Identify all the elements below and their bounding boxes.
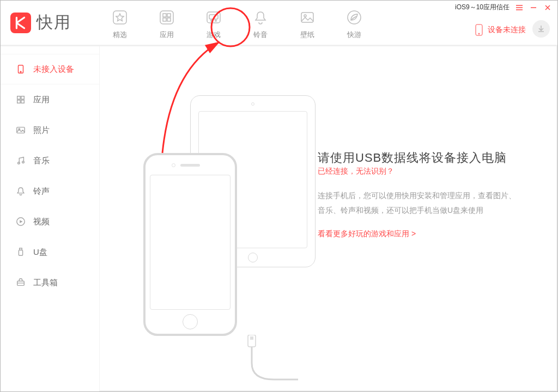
topnav-wallpaper[interactable]: 壁纸 <box>298 8 317 40</box>
sidebar-item-label: U盘 <box>33 247 47 258</box>
sidebar-item-video[interactable]: 视频 <box>1 206 99 237</box>
connect-desc-line2: 音乐、铃声和视频，还可以把手机当做U盘来使用 <box>318 206 483 215</box>
topnav-label: 应用 <box>160 30 174 40</box>
sidebar-item-label: 应用 <box>33 95 50 105</box>
sidebar-item-label: 照片 <box>33 125 50 136</box>
phone-icon <box>16 64 26 74</box>
svg-point-14 <box>478 33 480 34</box>
brand-mark-icon <box>10 13 31 33</box>
connect-headline: 请使用USB数据线将设备接入电脑 <box>318 150 530 166</box>
svg-point-23 <box>18 162 20 164</box>
more-apps-link[interactable]: 看看更多好玩的游戏和应用 > <box>318 229 416 239</box>
svg-rect-7 <box>209 15 218 19</box>
svg-point-24 <box>22 161 25 163</box>
topnav-ringtones[interactable]: 铃音 <box>251 8 270 40</box>
sidebar-item-photo[interactable]: 照片 <box>1 115 99 145</box>
svg-rect-26 <box>19 250 22 255</box>
connect-desc-line1: 连接手机后，您可以使用快用安装和管理应用，查看图片、 <box>318 191 516 200</box>
svg-rect-27 <box>20 248 22 250</box>
svg-point-16 <box>20 71 21 72</box>
topnav-quick[interactable]: 快游 <box>345 8 363 40</box>
apps-grid-icon <box>157 8 176 27</box>
topnav-label: 铃音 <box>253 30 268 40</box>
device-status-text: 设备未连接 <box>488 25 526 35</box>
header: 快用 精选 应用 游戏 铃音 <box>1 1 557 45</box>
svg-point-9 <box>215 20 217 22</box>
ios-trust-link[interactable]: iOS9～10应用信任 <box>455 3 510 12</box>
star-icon <box>111 8 129 27</box>
image-icon <box>298 8 317 27</box>
usb-icon <box>16 247 26 257</box>
body: 未接入设备 应用 照片 音乐 铃声 视频 U盘 工具箱 <box>1 45 557 391</box>
topnav-label: 快游 <box>347 30 361 40</box>
usb-cable-icon <box>189 335 298 392</box>
connect-desc: 连接手机后，您可以使用快用安装和管理应用，查看图片、 音乐、铃声和视频，还可以把… <box>318 188 530 217</box>
sidebar-item-toolbox[interactable]: 工具箱 <box>1 267 99 298</box>
device-illustration <box>143 95 307 329</box>
svg-rect-2 <box>163 14 166 17</box>
sidebar-item-ring[interactable]: 铃声 <box>1 176 99 206</box>
image-icon <box>16 125 26 135</box>
svg-rect-19 <box>17 100 20 103</box>
sidebar-item-label: 视频 <box>33 217 50 227</box>
svg-point-8 <box>211 20 213 22</box>
sidebar-item-label: 工具箱 <box>33 278 58 288</box>
svg-rect-18 <box>21 96 24 99</box>
top-nav: 精选 应用 游戏 铃音 壁纸 <box>100 1 363 40</box>
svg-rect-1 <box>160 11 173 24</box>
topnav-label: 精选 <box>113 30 127 40</box>
topnav-games[interactable]: 游戏 <box>204 8 223 40</box>
sidebar-item-music[interactable]: 音乐 <box>1 145 99 176</box>
svg-rect-31 <box>250 336 253 340</box>
device-status[interactable]: 设备未连接 <box>475 23 526 36</box>
leaf-icon <box>345 8 363 27</box>
sidebar-item-label: 音乐 <box>33 156 50 166</box>
connect-copy: 请使用USB数据线将设备接入电脑 已经连接，无法识别？ 连接手机后，您可以使用快… <box>318 150 530 239</box>
menu-icon[interactable] <box>515 3 524 12</box>
phone-icon <box>143 153 237 336</box>
topnav-apps[interactable]: 应用 <box>157 8 176 40</box>
svg-rect-3 <box>167 14 171 17</box>
svg-rect-21 <box>17 127 25 133</box>
svg-rect-4 <box>163 18 166 21</box>
window-controls: iOS9～10应用信任 <box>455 3 552 12</box>
brand-logo: 快用 <box>1 1 100 45</box>
svg-rect-10 <box>301 13 313 22</box>
minimize-icon[interactable] <box>529 3 538 12</box>
svg-point-11 <box>304 15 306 17</box>
grid-icon <box>16 95 26 105</box>
topnav-label: 游戏 <box>207 30 221 40</box>
brand-name: 快用 <box>37 11 71 34</box>
main-content: 请使用USB数据线将设备接入电脑 已经连接，无法识别？ 连接手机后，您可以使用快… <box>100 46 556 390</box>
music-icon <box>16 156 26 166</box>
close-icon[interactable] <box>543 3 552 12</box>
sidebar-item-app[interactable]: 应用 <box>1 84 99 115</box>
play-icon <box>16 217 26 226</box>
sidebar: 未接入设备 应用 照片 音乐 铃声 视频 U盘 工具箱 <box>1 46 100 391</box>
topnav-featured[interactable]: 精选 <box>111 8 129 40</box>
svg-rect-20 <box>21 100 24 103</box>
bell-icon <box>16 186 26 196</box>
svg-rect-5 <box>167 18 171 21</box>
gamepad-icon <box>204 8 223 27</box>
sidebar-item-label: 未接入设备 <box>33 64 74 75</box>
toolbox-icon <box>16 278 26 287</box>
sidebar-item-udisk[interactable]: U盘 <box>1 237 99 267</box>
sidebar-item-label: 铃声 <box>33 186 50 197</box>
cannot-recognize-link[interactable]: 已经连接，无法识别？ <box>318 167 394 175</box>
svg-rect-13 <box>476 24 482 35</box>
sidebar-item-no-device[interactable]: 未接入设备 <box>1 54 99 84</box>
download-button[interactable] <box>532 20 550 38</box>
bell-icon <box>251 8 270 27</box>
svg-rect-15 <box>19 65 23 73</box>
svg-rect-17 <box>17 96 20 99</box>
topnav-label: 壁纸 <box>300 30 314 40</box>
